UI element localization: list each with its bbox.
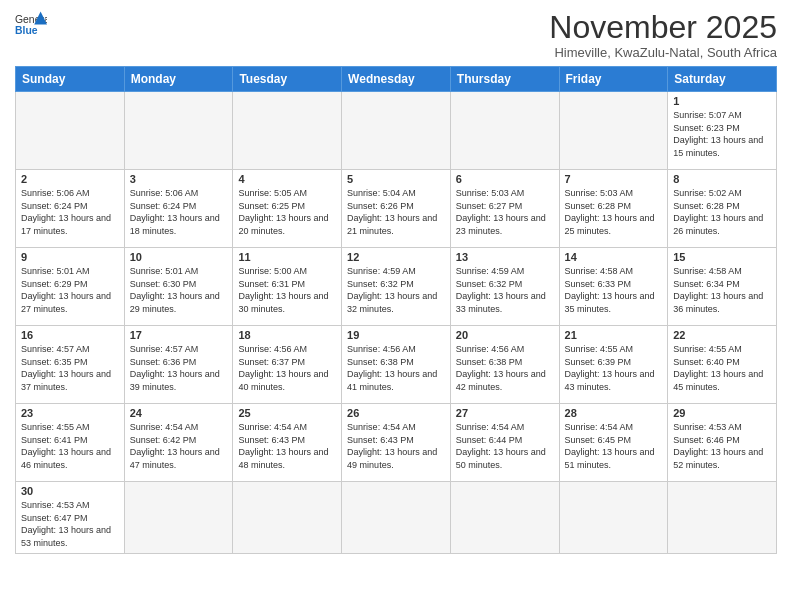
day-number: 9: [21, 251, 119, 263]
day-info: Sunrise: 5:06 AMSunset: 6:24 PMDaylight:…: [130, 188, 220, 236]
weekday-header-row: Sunday Monday Tuesday Wednesday Thursday…: [16, 67, 777, 92]
day-info: Sunrise: 4:56 AMSunset: 6:37 PMDaylight:…: [238, 344, 328, 392]
day-info: Sunrise: 4:57 AMSunset: 6:35 PMDaylight:…: [21, 344, 111, 392]
day-info: Sunrise: 4:55 AMSunset: 6:40 PMDaylight:…: [673, 344, 763, 392]
day-number: 6: [456, 173, 554, 185]
calendar-cell-32: 27Sunrise: 4:54 AMSunset: 6:44 PMDayligh…: [450, 404, 559, 482]
day-number: 17: [130, 329, 228, 341]
header-monday: Monday: [124, 67, 233, 92]
calendar-cell-11: 6Sunrise: 5:03 AMSunset: 6:27 PMDaylight…: [450, 170, 559, 248]
calendar-cell-13: 8Sunrise: 5:02 AMSunset: 6:28 PMDaylight…: [668, 170, 777, 248]
day-info: Sunrise: 5:01 AMSunset: 6:30 PMDaylight:…: [130, 266, 220, 314]
day-number: 22: [673, 329, 771, 341]
day-number: 27: [456, 407, 554, 419]
calendar-cell-28: 23Sunrise: 4:55 AMSunset: 6:41 PMDayligh…: [16, 404, 125, 482]
day-number: 19: [347, 329, 445, 341]
day-info: Sunrise: 4:56 AMSunset: 6:38 PMDaylight:…: [347, 344, 437, 392]
day-number: 7: [565, 173, 663, 185]
day-number: 11: [238, 251, 336, 263]
day-info: Sunrise: 5:07 AMSunset: 6:23 PMDaylight:…: [673, 110, 763, 158]
title-block: November 2025 Himeville, KwaZulu-Natal, …: [549, 10, 777, 60]
calendar-cell-29: 24Sunrise: 4:54 AMSunset: 6:42 PMDayligh…: [124, 404, 233, 482]
calendar-cell-12: 7Sunrise: 5:03 AMSunset: 6:28 PMDaylight…: [559, 170, 668, 248]
calendar-cell-2: [233, 92, 342, 170]
calendar-cell-17: 12Sunrise: 4:59 AMSunset: 6:32 PMDayligh…: [342, 248, 451, 326]
calendar-cell-21: 16Sunrise: 4:57 AMSunset: 6:35 PMDayligh…: [16, 326, 125, 404]
header-saturday: Saturday: [668, 67, 777, 92]
calendar-cell-24: 19Sunrise: 4:56 AMSunset: 6:38 PMDayligh…: [342, 326, 451, 404]
day-info: Sunrise: 4:54 AMSunset: 6:45 PMDaylight:…: [565, 422, 655, 470]
calendar-cell-16: 11Sunrise: 5:00 AMSunset: 6:31 PMDayligh…: [233, 248, 342, 326]
calendar-table: Sunday Monday Tuesday Wednesday Thursday…: [15, 66, 777, 553]
location-subtitle: Himeville, KwaZulu-Natal, South Africa: [549, 45, 777, 60]
calendar-cell-25: 20Sunrise: 4:56 AMSunset: 6:38 PMDayligh…: [450, 326, 559, 404]
day-number: 10: [130, 251, 228, 263]
calendar-cell-8: 3Sunrise: 5:06 AMSunset: 6:24 PMDaylight…: [124, 170, 233, 248]
header-friday: Friday: [559, 67, 668, 92]
day-info: Sunrise: 4:58 AMSunset: 6:34 PMDaylight:…: [673, 266, 763, 314]
day-number: 13: [456, 251, 554, 263]
day-info: Sunrise: 4:53 AMSunset: 6:47 PMDaylight:…: [21, 500, 111, 548]
day-number: 25: [238, 407, 336, 419]
header-tuesday: Tuesday: [233, 67, 342, 92]
calendar-cell-26: 21Sunrise: 4:55 AMSunset: 6:39 PMDayligh…: [559, 326, 668, 404]
day-number: 18: [238, 329, 336, 341]
calendar-cell-7: 2Sunrise: 5:06 AMSunset: 6:24 PMDaylight…: [16, 170, 125, 248]
calendar-cell-41: [668, 482, 777, 553]
calendar-cell-37: [233, 482, 342, 553]
day-number: 14: [565, 251, 663, 263]
header-thursday: Thursday: [450, 67, 559, 92]
day-info: Sunrise: 4:59 AMSunset: 6:32 PMDaylight:…: [456, 266, 546, 314]
calendar-cell-40: [559, 482, 668, 553]
header-wednesday: Wednesday: [342, 67, 451, 92]
calendar-cell-22: 17Sunrise: 4:57 AMSunset: 6:36 PMDayligh…: [124, 326, 233, 404]
day-info: Sunrise: 5:03 AMSunset: 6:28 PMDaylight:…: [565, 188, 655, 236]
day-number: 26: [347, 407, 445, 419]
svg-text:Blue: Blue: [15, 25, 38, 36]
calendar-cell-35: 30Sunrise: 4:53 AMSunset: 6:47 PMDayligh…: [16, 482, 125, 553]
day-number: 12: [347, 251, 445, 263]
logo-icon: General Blue: [15, 10, 47, 38]
calendar-cell-30: 25Sunrise: 4:54 AMSunset: 6:43 PMDayligh…: [233, 404, 342, 482]
day-number: 3: [130, 173, 228, 185]
day-number: 4: [238, 173, 336, 185]
day-number: 5: [347, 173, 445, 185]
calendar-cell-33: 28Sunrise: 4:54 AMSunset: 6:45 PMDayligh…: [559, 404, 668, 482]
calendar-cell-38: [342, 482, 451, 553]
calendar-cell-4: [450, 92, 559, 170]
day-info: Sunrise: 4:55 AMSunset: 6:41 PMDaylight:…: [21, 422, 111, 470]
calendar-cell-20: 15Sunrise: 4:58 AMSunset: 6:34 PMDayligh…: [668, 248, 777, 326]
header-sunday: Sunday: [16, 67, 125, 92]
calendar-cell-3: [342, 92, 451, 170]
day-info: Sunrise: 4:53 AMSunset: 6:46 PMDaylight:…: [673, 422, 763, 470]
day-number: 20: [456, 329, 554, 341]
day-info: Sunrise: 5:01 AMSunset: 6:29 PMDaylight:…: [21, 266, 111, 314]
calendar-cell-39: [450, 482, 559, 553]
day-info: Sunrise: 4:55 AMSunset: 6:39 PMDaylight:…: [565, 344, 655, 392]
day-number: 8: [673, 173, 771, 185]
day-info: Sunrise: 4:54 AMSunset: 6:43 PMDaylight:…: [347, 422, 437, 470]
day-number: 28: [565, 407, 663, 419]
header: General Blue November 2025 Himeville, Kw…: [15, 10, 777, 60]
calendar-cell-9: 4Sunrise: 5:05 AMSunset: 6:25 PMDaylight…: [233, 170, 342, 248]
calendar-cell-34: 29Sunrise: 4:53 AMSunset: 6:46 PMDayligh…: [668, 404, 777, 482]
day-info: Sunrise: 4:57 AMSunset: 6:36 PMDaylight:…: [130, 344, 220, 392]
calendar-cell-19: 14Sunrise: 4:58 AMSunset: 6:33 PMDayligh…: [559, 248, 668, 326]
day-number: 21: [565, 329, 663, 341]
logo: General Blue: [15, 10, 47, 38]
calendar-cell-31: 26Sunrise: 4:54 AMSunset: 6:43 PMDayligh…: [342, 404, 451, 482]
day-info: Sunrise: 4:54 AMSunset: 6:44 PMDaylight:…: [456, 422, 546, 470]
calendar-cell-15: 10Sunrise: 5:01 AMSunset: 6:30 PMDayligh…: [124, 248, 233, 326]
calendar-cell-36: [124, 482, 233, 553]
calendar-cell-1: [124, 92, 233, 170]
day-number: 29: [673, 407, 771, 419]
day-info: Sunrise: 4:54 AMSunset: 6:42 PMDaylight:…: [130, 422, 220, 470]
day-info: Sunrise: 5:02 AMSunset: 6:28 PMDaylight:…: [673, 188, 763, 236]
day-number: 30: [21, 485, 119, 497]
day-number: 24: [130, 407, 228, 419]
day-info: Sunrise: 5:06 AMSunset: 6:24 PMDaylight:…: [21, 188, 111, 236]
day-info: Sunrise: 5:05 AMSunset: 6:25 PMDaylight:…: [238, 188, 328, 236]
day-info: Sunrise: 5:00 AMSunset: 6:31 PMDaylight:…: [238, 266, 328, 314]
calendar-cell-14: 9Sunrise: 5:01 AMSunset: 6:29 PMDaylight…: [16, 248, 125, 326]
calendar-cell-5: [559, 92, 668, 170]
